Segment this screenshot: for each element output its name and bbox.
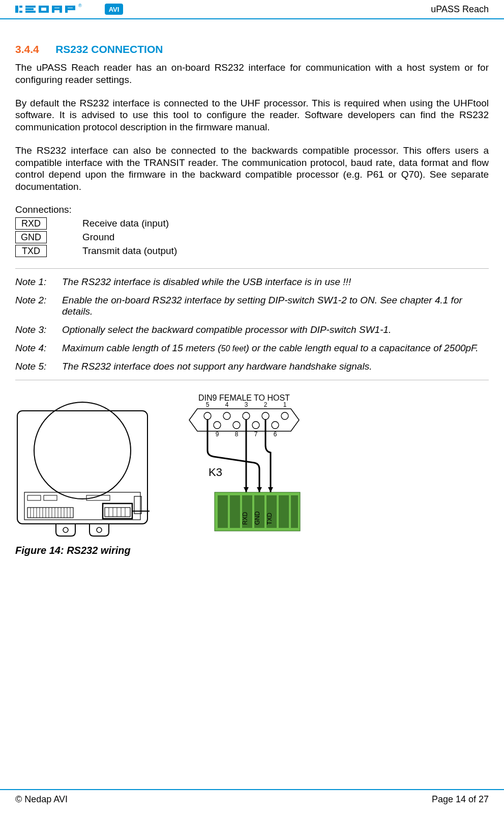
svg-marker-75 bbox=[244, 487, 249, 492]
nedap-logo-icon: ® bbox=[15, 3, 102, 16]
svg-point-67 bbox=[272, 422, 279, 429]
section-number: 3.4.4 bbox=[15, 43, 39, 55]
section-heading: 3.4.4 RS232 CONNECTION bbox=[15, 43, 489, 55]
figures-row: Figure 14: RS232 wiring DIN9 FEMALE TO H… bbox=[15, 395, 489, 556]
svg-point-24 bbox=[34, 402, 131, 499]
connections-label: Connections: bbox=[15, 204, 489, 215]
note-text: The RS232 interface does not support any… bbox=[62, 361, 489, 372]
svg-text:8: 8 bbox=[235, 431, 239, 438]
paragraph-3: The RS232 interface can also be connecte… bbox=[15, 145, 489, 193]
svg-point-55 bbox=[223, 412, 230, 419]
svg-point-54 bbox=[204, 412, 211, 419]
svg-rect-5 bbox=[25, 11, 36, 13]
svg-point-22 bbox=[63, 527, 68, 532]
svg-rect-2 bbox=[19, 11, 22, 13]
svg-rect-12 bbox=[52, 6, 54, 13]
svg-rect-42 bbox=[44, 495, 57, 500]
pin-label: TXD bbox=[15, 245, 47, 257]
svg-point-58 bbox=[281, 412, 288, 419]
svg-rect-85 bbox=[291, 495, 298, 528]
svg-text:TXD: TXD bbox=[266, 512, 273, 524]
svg-text:®: ® bbox=[78, 3, 82, 8]
svg-rect-13 bbox=[60, 6, 62, 13]
connections-table: RXD Receive data (input) GND Ground TXD … bbox=[15, 217, 489, 257]
note-text: Enable the on-board RS232 interface by s… bbox=[62, 295, 489, 317]
svg-rect-45 bbox=[105, 508, 130, 517]
paragraph-2: By default the RS232 interface is connec… bbox=[15, 97, 489, 133]
svg-point-66 bbox=[252, 422, 259, 429]
svg-rect-9 bbox=[46, 6, 49, 13]
page-content: 3.4.4 RS232 CONNECTION The uPASS Reach r… bbox=[15, 43, 489, 556]
svg-text:1: 1 bbox=[283, 401, 287, 408]
svg-text:5: 5 bbox=[206, 401, 210, 408]
svg-rect-1 bbox=[19, 6, 22, 8]
note-label: Note 3: bbox=[15, 324, 62, 335]
svg-text:2: 2 bbox=[264, 401, 268, 408]
svg-rect-8 bbox=[39, 6, 41, 13]
note-text: Maximum cable length of 15 meters (50 fe… bbox=[62, 343, 489, 354]
svg-rect-16 bbox=[65, 6, 68, 13]
footer-copyright: © Nedap AVI bbox=[15, 794, 68, 805]
pin-desc: Receive data (input) bbox=[82, 218, 169, 229]
note-label: Note 2: bbox=[15, 295, 62, 317]
note-row: Note 1: The RS232 interface is disabled … bbox=[15, 273, 489, 291]
connection-row: TXD Transmit data (output) bbox=[15, 245, 489, 257]
note-row: Note 4: Maximum cable length of 15 meter… bbox=[15, 339, 489, 357]
connection-row: RXD Receive data (input) bbox=[15, 217, 489, 230]
note-label: Note 5: bbox=[15, 361, 62, 372]
figure-device: Figure 14: RS232 wiring bbox=[15, 395, 150, 556]
device-diagram-icon bbox=[15, 395, 150, 540]
connector-k3-label: K3 bbox=[209, 466, 222, 479]
svg-rect-25 bbox=[24, 492, 140, 520]
avi-badge-icon: AVI bbox=[105, 3, 123, 16]
connection-row: GND Ground bbox=[15, 231, 489, 243]
svg-rect-17 bbox=[73, 6, 75, 10]
note-label: Note 4: bbox=[15, 343, 62, 354]
page-header: ® AVI uPASS Reach bbox=[0, 0, 504, 19]
svg-marker-76 bbox=[257, 487, 262, 492]
svg-rect-3 bbox=[25, 6, 36, 8]
svg-point-23 bbox=[97, 527, 102, 532]
document-title: uPASS Reach bbox=[431, 4, 489, 15]
svg-text:6: 6 bbox=[274, 431, 277, 438]
pin-desc: Ground bbox=[82, 232, 114, 243]
footer-page-number: Page 14 of 27 bbox=[432, 794, 489, 805]
note-text: Optionally select the backward compatibl… bbox=[62, 324, 489, 335]
figure-connector: DIN9 FEMALE TO HOST 5 4 3 2 1 bbox=[178, 395, 315, 549]
section-title: RS232 CONNECTION bbox=[55, 43, 163, 55]
svg-rect-0 bbox=[15, 6, 18, 13]
brand-logo: ® AVI bbox=[15, 3, 123, 16]
note-row: Note 3: Optionally select the backward c… bbox=[15, 321, 489, 339]
svg-text:9: 9 bbox=[216, 431, 219, 438]
svg-rect-41 bbox=[27, 495, 41, 500]
page-footer: © Nedap AVI Page 14 of 27 bbox=[0, 789, 504, 805]
pin-label: GND bbox=[15, 231, 47, 243]
pin-desc: Transmit data (output) bbox=[82, 245, 177, 257]
note-row: Note 2: Enable the on-board RS232 interf… bbox=[15, 291, 489, 321]
figure-caption: Figure 14: RS232 wiring bbox=[15, 545, 150, 556]
svg-point-64 bbox=[214, 422, 221, 429]
svg-text:GND: GND bbox=[254, 511, 261, 525]
svg-text:7: 7 bbox=[254, 431, 258, 438]
svg-point-56 bbox=[243, 412, 250, 419]
svg-point-65 bbox=[233, 422, 240, 429]
svg-rect-26 bbox=[27, 508, 73, 518]
svg-text:4: 4 bbox=[225, 401, 229, 408]
note-row: Note 5: The RS232 interface does not sup… bbox=[15, 357, 489, 376]
svg-rect-4 bbox=[25, 8, 34, 10]
connector-diagram-icon: DIN9 FEMALE TO HOST 5 4 3 2 1 bbox=[178, 395, 315, 547]
svg-rect-80 bbox=[230, 495, 240, 528]
svg-marker-77 bbox=[268, 487, 273, 492]
svg-point-57 bbox=[262, 412, 269, 419]
svg-rect-84 bbox=[279, 495, 289, 528]
note-label: Note 1: bbox=[15, 276, 62, 288]
note-text: The RS232 interface is disabled while th… bbox=[62, 276, 489, 288]
svg-text:AVI: AVI bbox=[109, 6, 120, 13]
pin-label: RXD bbox=[15, 217, 47, 230]
svg-text:RXD: RXD bbox=[242, 512, 249, 525]
paragraph-1: The uPASS Reach reader has an on-board R… bbox=[15, 62, 489, 86]
svg-text:3: 3 bbox=[245, 401, 248, 408]
svg-rect-79 bbox=[218, 495, 228, 528]
notes-block: Note 1: The RS232 interface is disabled … bbox=[15, 268, 489, 380]
